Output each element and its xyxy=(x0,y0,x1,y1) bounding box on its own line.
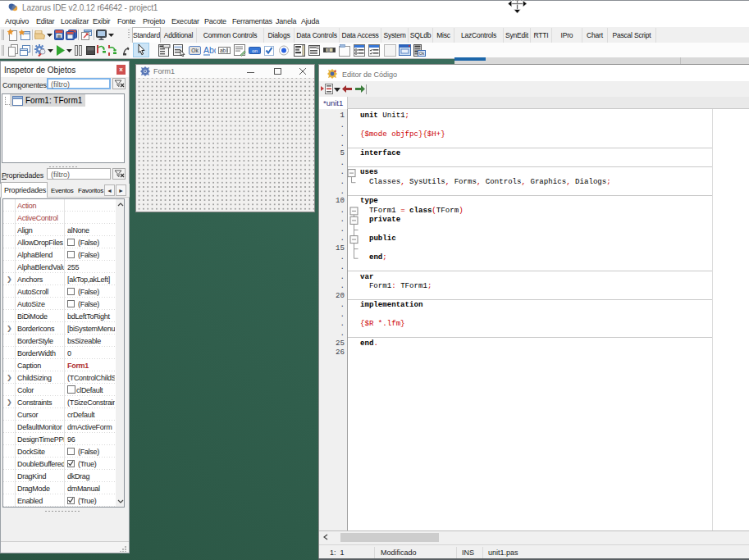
svg-text:Ok: Ok xyxy=(419,51,425,56)
svg-text:on: on xyxy=(252,48,258,53)
svg-text:Abc: Abc xyxy=(203,45,216,55)
svg-text:ab: ab xyxy=(220,48,226,53)
svg-text:Ok: Ok xyxy=(191,48,199,53)
